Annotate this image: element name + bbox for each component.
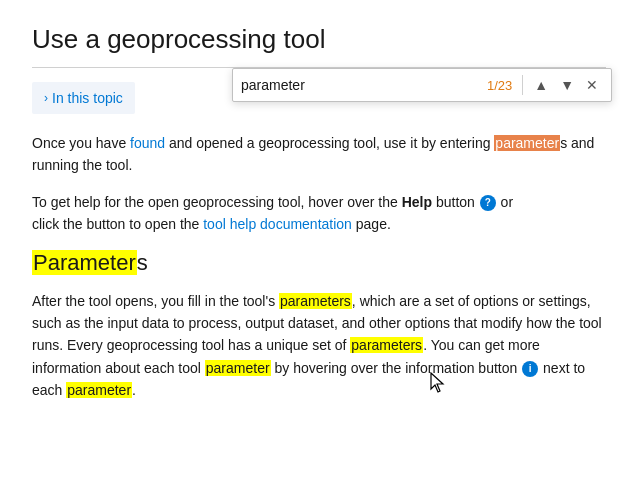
para3-highlight-parameter: parameter: [205, 360, 271, 376]
search-nav-buttons: ▲ ▼ ✕: [529, 75, 603, 95]
info-circle-icon: i: [522, 361, 538, 377]
page-title: Use a geoprocessing tool: [32, 24, 606, 55]
help-bold-label: Help: [402, 194, 432, 210]
paragraph-2: To get help for the open geoprocessing t…: [32, 191, 606, 236]
parameters-heading: Parameters: [32, 250, 606, 276]
para3-highlight-parameters2: parameters: [350, 337, 423, 353]
in-this-topic-label: In this topic: [52, 90, 123, 106]
search-close-button[interactable]: ✕: [581, 75, 603, 95]
in-this-topic-link[interactable]: In this topic: [52, 90, 123, 106]
help-circle-icon: ?: [480, 195, 496, 211]
para1-highlight-parameter: parameter: [494, 135, 560, 151]
parameters-heading-suffix: s: [137, 250, 148, 275]
in-this-topic-section[interactable]: › In this topic: [32, 82, 135, 114]
search-bar[interactable]: 1/23 ▲ ▼ ✕: [232, 68, 612, 102]
paragraph-1: Once you have found and opened a geoproc…: [32, 132, 606, 177]
parameters-heading-highlight: Parameter: [32, 250, 137, 275]
para1-text-before: Once you have found and opened a geoproc…: [32, 135, 494, 151]
para3-highlight-parameters: parameters: [279, 293, 352, 309]
tool-help-link[interactable]: tool help documentation: [203, 216, 352, 232]
search-prev-button[interactable]: ▲: [529, 75, 553, 95]
chevron-right-icon: ›: [44, 91, 48, 105]
para3-highlight-parameter2: parameter: [66, 382, 132, 398]
search-count: 1/23: [487, 78, 512, 93]
search-next-button[interactable]: ▼: [555, 75, 579, 95]
paragraph-3: After the tool opens, you fill in the to…: [32, 290, 606, 402]
page-wrapper: Use a geoprocessing tool › In this topic…: [0, 0, 638, 440]
search-input[interactable]: [241, 77, 481, 93]
search-divider: [522, 75, 523, 95]
found-link[interactable]: found: [130, 135, 165, 151]
